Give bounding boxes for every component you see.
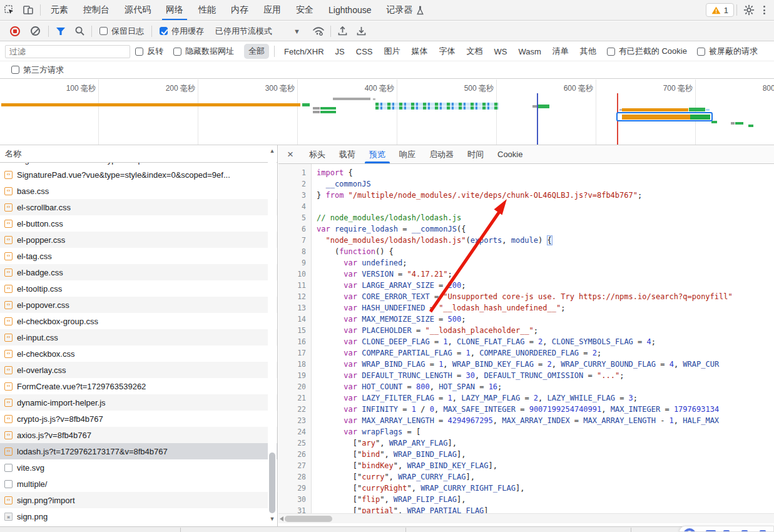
filter-chip-清单[interactable]: 清单 (548, 44, 573, 59)
invert-filter-checkbox[interactable]: 反转 (135, 46, 163, 57)
request-row[interactable]: multiple/ (0, 476, 277, 492)
checkbox-box (11, 66, 19, 74)
scroll-left-icon[interactable] (280, 516, 283, 521)
detail-tab-预览[interactable]: 预览 (362, 145, 392, 163)
filter-chip-图片[interactable]: 图片 (379, 44, 404, 59)
code-line: var WRAP_BIND_FLAG = 1, WRAP_BIND_KEY_FL… (317, 359, 774, 370)
tab-元素[interactable]: 元素 (43, 0, 76, 20)
scroll-up-icon[interactable]: ▲ (268, 148, 277, 154)
network-conditions-icon[interactable] (310, 23, 327, 39)
tab-记录器[interactable]: 记录器 (379, 0, 432, 20)
code-token: , (452, 394, 461, 402)
scrollbar-thumb[interactable] (285, 516, 332, 522)
chevron-down-icon[interactable]: ▼ (293, 28, 300, 35)
tab-性能[interactable]: 性能 (191, 0, 223, 20)
filter-funnel-icon[interactable] (53, 23, 69, 39)
code-line: var wrapFlags = [ (317, 426, 774, 437)
request-row[interactable]: ‹›el-popper.css (0, 232, 277, 248)
detail-tab-标头[interactable]: 标头 (302, 145, 332, 163)
request-row[interactable]: vite.svg (0, 459, 277, 476)
import-har-icon[interactable] (335, 23, 351, 39)
device-toolbar-icon[interactable] (20, 2, 36, 18)
code-horizontal-scrollbar[interactable] (278, 513, 774, 523)
list-vertical-scrollbar[interactable]: ▲ ▼ (268, 145, 277, 528)
third-party-row: 第三方请求 (0, 61, 774, 79)
request-row[interactable]: ‹›axios.js?v=8fb4b767 (0, 427, 277, 443)
request-row[interactable]: ‹›el-badge.css (0, 264, 277, 280)
request-row[interactable]: ‹›el-checkbox.css (0, 345, 277, 362)
filter-chip-文档[interactable]: 文档 (462, 44, 487, 59)
preview-code-viewer[interactable]: 1234567891011121314151617181920212223242… (278, 164, 774, 513)
issues-counter-button[interactable]: 1 (706, 3, 734, 17)
name-column-header[interactable]: 名称 (0, 145, 277, 163)
settings-gear-icon[interactable] (741, 2, 757, 18)
waterfall-bar (532, 105, 537, 108)
filter-chip-字体[interactable]: 字体 (434, 44, 459, 59)
request-row[interactable]: ‹›el-input.css (0, 329, 277, 345)
filter-chip-全部[interactable]: 全部 (244, 44, 269, 59)
third-party-checkbox[interactable]: 第三方请求 (11, 64, 64, 76)
request-row[interactable]: ‹›sign.png?import (0, 492, 277, 508)
code-token: ; (651, 337, 656, 346)
filter-chip-WS[interactable]: WS (489, 45, 511, 58)
code-token: CLONE_SYMBOLS_FLAG (552, 337, 633, 346)
scrollbar-thumb[interactable] (269, 453, 275, 513)
request-row[interactable]: ‹›el-scrollbar.css (0, 199, 277, 215)
request-row[interactable]: ‹›dynamic-import-helper.js (0, 394, 277, 411)
filter-chip-CSS[interactable]: CSS (352, 45, 377, 58)
tab-内存[interactable]: 内存 (223, 0, 256, 20)
preserve-log-checkbox[interactable]: 保留日志 (99, 26, 144, 37)
detail-tab-时间[interactable]: 时间 (461, 145, 491, 163)
filter-chip-Wasm[interactable]: Wasm (514, 45, 545, 58)
page-floating-widget (679, 526, 774, 532)
throttling-select[interactable]: 已停用节流模式 (215, 26, 272, 37)
detail-tab-载荷[interactable]: 载荷 (332, 145, 362, 163)
search-icon[interactable] (71, 23, 88, 39)
code-token: , (475, 371, 484, 380)
bottom-scroll-strip[interactable] (0, 526, 774, 532)
request-row[interactable]: ‹›el-button.css (0, 215, 277, 232)
filter-chip-其他[interactable]: 其他 (576, 44, 601, 59)
code-token: LAZY_WHILE_FLAG (547, 394, 615, 402)
code-content[interactable]: import { __commonJS} from "/multiple/nod… (312, 164, 774, 513)
code-token: wrapFlags (362, 427, 402, 436)
tab-Lighthouse[interactable]: Lighthouse (321, 0, 379, 20)
tab-源代码[interactable]: 源代码 (117, 0, 158, 20)
record-network-log-button[interactable] (10, 26, 20, 36)
tab-控制台[interactable]: 控制台 (76, 0, 117, 20)
disable-cache-checkbox[interactable]: 停用缓存 (160, 26, 204, 37)
request-row[interactable]: ‹›FormCreate.vue?t=1729763539262 (0, 378, 277, 394)
request-row[interactable]: ‹›el-popover.css (0, 297, 277, 313)
request-row[interactable]: ‹›el-tooltip.css (0, 280, 277, 297)
hide-data-urls-checkbox[interactable]: 隐藏数据网址 (173, 46, 234, 57)
detail-tab-启动器[interactable]: 启动器 (422, 145, 461, 163)
request-row[interactable]: ▣sign.png (0, 508, 277, 524)
timeline-gridline (596, 79, 596, 145)
clear-network-log-icon[interactable] (31, 26, 40, 36)
request-row[interactable]: ‹›SignaturePad.vue?vue&type=style&index=… (0, 166, 277, 183)
detail-tab-Cookie[interactable]: Cookie (491, 145, 529, 163)
filter-input[interactable] (5, 45, 130, 58)
request-row[interactable]: ‹›el-tag.css (0, 248, 277, 264)
tab-应用[interactable]: 应用 (256, 0, 288, 20)
detail-tab-响应[interactable]: 响应 (392, 145, 422, 163)
filter-chip-Fetch/XHR[interactable]: Fetch/XHR (280, 45, 328, 58)
request-row[interactable]: ‹›el-overlay.css (0, 362, 277, 378)
blocked-requests-checkbox[interactable]: 被屏蔽的请求 (697, 46, 758, 57)
tab-安全[interactable]: 安全 (288, 0, 321, 20)
blocked-cookies-checkbox[interactable]: 有已拦截的 Cookie (607, 46, 687, 57)
more-options-icon[interactable] (758, 3, 770, 17)
request-row[interactable]: ‹›lodash.js?t=1729762173177&v=8fb4b767 (0, 443, 277, 459)
inspect-element-icon[interactable] (1, 2, 18, 18)
network-overview-timeline[interactable]: 100 毫秒200 毫秒300 毫秒400 毫秒500 毫秒600 毫秒700 … (0, 79, 774, 145)
tab-网络[interactable]: 网络 (158, 0, 191, 20)
scroll-down-icon[interactable]: ▼ (268, 516, 277, 522)
request-row[interactable]: ‹›crypto-js.js?v=8fb4b767 (0, 411, 277, 427)
line-number: 14 (278, 314, 311, 325)
close-icon[interactable]: × (278, 145, 302, 163)
request-row[interactable]: ‹›el-checkbox-group.css (0, 313, 277, 329)
export-har-icon[interactable] (354, 23, 370, 39)
request-row[interactable]: ‹›base.css (0, 183, 277, 199)
filter-chip-JS[interactable]: JS (331, 45, 349, 58)
filter-chip-媒体[interactable]: 媒体 (407, 44, 432, 59)
